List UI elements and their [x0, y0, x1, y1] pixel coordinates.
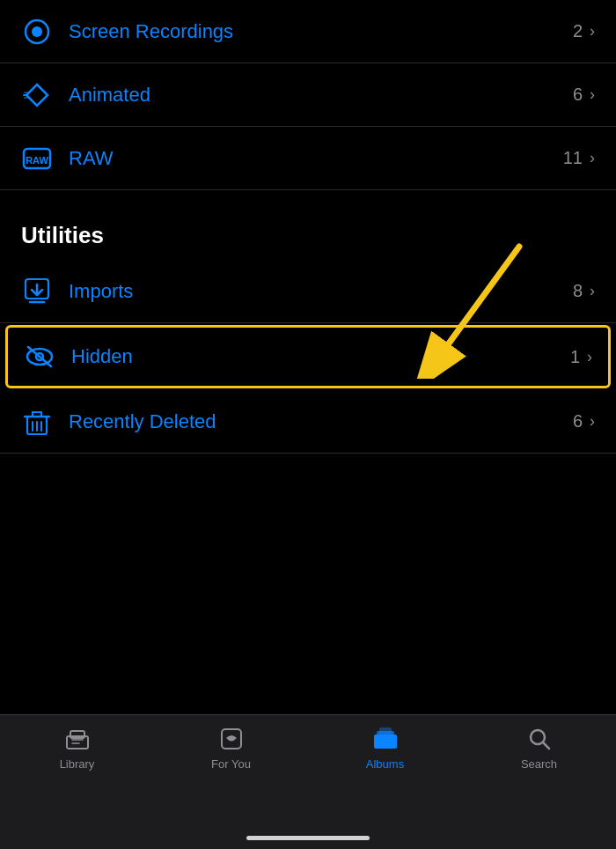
raw-icon: RAW: [21, 143, 53, 174]
animated-count: 6: [573, 85, 583, 105]
list-item-raw[interactable]: RAW RAW 11 ›: [0, 127, 616, 190]
for-you-tab-label: For You: [211, 757, 251, 771]
search-tab-icon: [526, 726, 553, 752]
list-item-recently-deleted[interactable]: Recently Deleted 6 ›: [0, 390, 616, 454]
trash-icon: [21, 406, 53, 438]
search-tab-label: Search: [521, 757, 557, 771]
for-you-tab-icon: [218, 726, 245, 752]
tab-search[interactable]: Search: [462, 726, 616, 771]
raw-label: RAW: [69, 147, 563, 170]
albums-tab-icon: [372, 726, 399, 752]
imports-count: 8: [573, 281, 583, 301]
list-item-animated[interactable]: Animated 6 ›: [0, 63, 616, 127]
hidden-chevron: ›: [587, 348, 592, 366]
tab-bar: Library For You Albums: [0, 714, 616, 849]
recently-deleted-chevron: ›: [590, 412, 595, 431]
raw-chevron: ›: [590, 149, 595, 167]
animated-label: Animated: [69, 84, 573, 107]
hidden-label: Hidden: [71, 345, 570, 368]
animated-chevron: ›: [590, 85, 595, 104]
screen-recordings-count: 2: [573, 21, 583, 41]
raw-count: 11: [563, 148, 583, 168]
tab-for-you[interactable]: For You: [154, 726, 308, 771]
library-tab-icon: [64, 726, 91, 752]
screen-recording-icon: [21, 16, 53, 48]
tab-library[interactable]: Library: [0, 726, 154, 771]
svg-point-1: [32, 26, 42, 37]
content-area: Screen Recordings 2 › Animated 6 › RAW R…: [0, 0, 616, 588]
list-item-screen-recordings[interactable]: Screen Recordings 2 ›: [0, 0, 616, 63]
imports-icon: [21, 276, 53, 307]
hidden-icon: [24, 341, 55, 373]
list-item-imports[interactable]: Imports 8 ›: [0, 260, 616, 323]
recently-deleted-count: 6: [573, 411, 583, 432]
svg-marker-2: [26, 85, 48, 106]
list-item-hidden[interactable]: Hidden 1 ›: [5, 325, 611, 388]
svg-text:RAW: RAW: [26, 155, 48, 166]
imports-label: Imports: [69, 280, 573, 303]
utilities-section-header: Utilities: [0, 201, 616, 260]
animated-icon: [21, 79, 53, 111]
albums-tab-label: Albums: [366, 757, 404, 771]
recently-deleted-label: Recently Deleted: [69, 410, 573, 433]
home-indicator: [246, 836, 370, 840]
hidden-count: 1: [570, 347, 580, 367]
imports-chevron: ›: [590, 282, 595, 300]
svg-line-33: [543, 742, 549, 749]
library-tab-label: Library: [60, 757, 95, 771]
screen-recordings-label: Screen Recordings: [69, 20, 573, 43]
screen-recordings-chevron: ›: [590, 22, 595, 41]
svg-rect-31: [379, 727, 392, 742]
tab-albums[interactable]: Albums: [308, 726, 462, 771]
